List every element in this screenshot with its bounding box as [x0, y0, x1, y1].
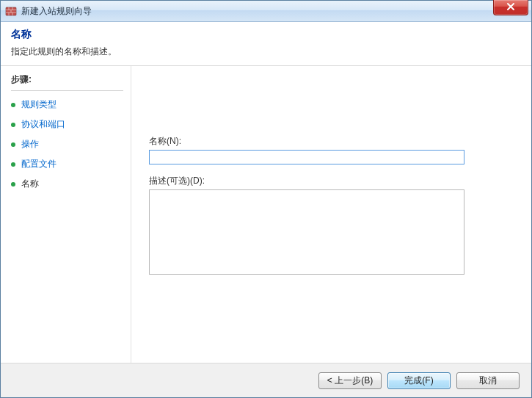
description-textarea[interactable] [149, 189, 464, 275]
steps-heading: 步骤: [11, 73, 123, 86]
finish-button[interactable]: 完成(F) [387, 372, 451, 389]
step-protocol-ports[interactable]: 协议和端口 [11, 118, 123, 131]
bullet-icon [11, 142, 15, 147]
step-action[interactable]: 操作 [11, 138, 123, 151]
cancel-button[interactable]: 取消 [456, 372, 520, 389]
bullet-icon [11, 123, 15, 127]
step-label: 配置文件 [21, 158, 57, 170]
body: 步骤: 规则类型 协议和端口 操作 配置文件 名称 [1, 66, 531, 363]
bullet-icon [11, 103, 15, 107]
step-profile[interactable]: 配置文件 [11, 158, 123, 170]
close-icon [506, 2, 515, 13]
form-area: 名称(N): 描述(可选)(D): [149, 135, 514, 277]
bullet-icon [11, 182, 15, 187]
step-label: 名称 [21, 178, 39, 190]
footer: < 上一步(B) 完成(F) 取消 [1, 363, 531, 397]
steps-sidebar: 步骤: 规则类型 协议和端口 操作 配置文件 名称 [1, 66, 131, 363]
step-name[interactable]: 名称 [11, 178, 123, 190]
step-label: 操作 [21, 138, 39, 151]
main-panel: 名称(N): 描述(可选)(D): [131, 66, 531, 363]
page-title: 名称 [11, 28, 521, 41]
titlebar: 新建入站规则向导 [1, 1, 531, 22]
step-label: 协议和端口 [21, 118, 65, 131]
name-input[interactable] [149, 150, 464, 164]
description-label: 描述(可选)(D): [149, 175, 514, 187]
window-title: 新建入站规则向导 [21, 1, 92, 21]
close-button[interactable] [493, 0, 528, 15]
step-label: 规则类型 [21, 98, 57, 111]
page-subtitle: 指定此规则的名称和描述。 [11, 46, 521, 58]
page-header: 名称 指定此规则的名称和描述。 [1, 22, 531, 66]
back-button[interactable]: < 上一步(B) [318, 372, 382, 389]
name-label: 名称(N): [149, 135, 514, 148]
bullet-icon [11, 162, 15, 167]
firewall-icon [5, 5, 17, 17]
steps-divider [11, 90, 123, 91]
step-rule-type[interactable]: 规则类型 [11, 98, 123, 111]
wizard-window: 新建入站规则向导 名称 指定此规则的名称和描述。 步骤: 规则类型 协议和端口 [0, 0, 532, 398]
